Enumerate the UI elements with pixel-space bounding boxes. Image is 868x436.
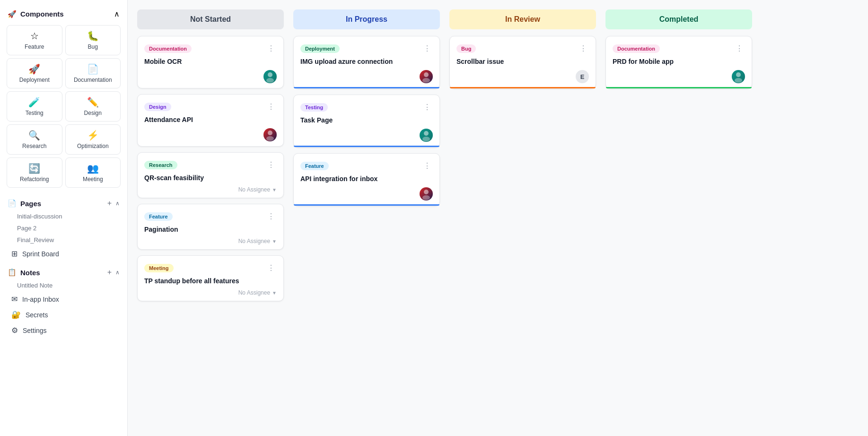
task-card-api-integration[interactable]: Feature⋮API integration for inbox bbox=[293, 153, 440, 206]
card-menu-mobile-ocr[interactable]: ⋮ bbox=[265, 43, 277, 54]
task-card-mobile-ocr[interactable]: Documentation⋮Mobile OCR bbox=[137, 36, 284, 88]
task-card-scrollbar-issue[interactable]: Bug⋮Scrollbar issueE bbox=[449, 36, 596, 89]
no-assignee-text: No Assignee bbox=[238, 289, 270, 296]
card-title-tp-standup: TP standup before all features bbox=[144, 277, 277, 285]
card-menu-qr-scan[interactable]: ⋮ bbox=[265, 159, 277, 170]
card-menu-prd-mobile[interactable]: ⋮ bbox=[734, 43, 745, 54]
card-menu-tp-standup[interactable]: ⋮ bbox=[265, 262, 277, 273]
card-title-mobile-ocr: Mobile OCR bbox=[144, 58, 277, 65]
task-card-pagination[interactable]: Feature⋮PaginationNo Assignee▼ bbox=[137, 204, 284, 250]
sidebar-item-optimization[interactable]: ⚡Optimization bbox=[65, 124, 121, 155]
notes-collapse-button[interactable]: ∧ bbox=[115, 269, 120, 276]
card-title-scrollbar-issue: Scrollbar issue bbox=[456, 58, 589, 65]
card-tag-img-upload: Deployment bbox=[300, 44, 340, 53]
sidebar-page-final-review[interactable]: Final_Review bbox=[0, 234, 127, 246]
card-bottom-bar bbox=[294, 146, 439, 147]
avatar bbox=[263, 70, 277, 83]
sidebar-item-research[interactable]: 🔍Research bbox=[7, 124, 62, 155]
sidebar-item-testing[interactable]: 🧪Testing bbox=[7, 91, 62, 122]
sidebar-note-untitled-note[interactable]: Untitled Note bbox=[0, 279, 127, 291]
card-top: Design⋮ bbox=[144, 101, 277, 112]
column-header-not-started: Not Started bbox=[137, 9, 284, 29]
sidebar-item-deployment[interactable]: 🚀Deployment bbox=[7, 58, 62, 88]
assignee-dropdown-arrow: ▼ bbox=[272, 187, 277, 192]
column-in-review: In ReviewBug⋮Scrollbar issueE bbox=[449, 9, 596, 95]
deployment-icon: 🚀 bbox=[28, 63, 40, 75]
column-header-in-progress: In Progress bbox=[293, 9, 440, 29]
sprint-board-icon: ⊞ bbox=[11, 249, 18, 258]
pages-collapse-button[interactable]: ∧ bbox=[115, 200, 120, 207]
card-title-qr-scan: QR-scan feasibility bbox=[144, 174, 277, 182]
add-page-button[interactable]: + bbox=[105, 198, 114, 209]
svg-point-1 bbox=[266, 78, 274, 83]
svg-point-3 bbox=[266, 136, 274, 141]
feature-icon: ☆ bbox=[30, 30, 39, 42]
card-footer-attendance-api bbox=[144, 128, 277, 141]
sidebar-page-initial-discussion[interactable]: Initial-discussion bbox=[0, 210, 127, 222]
card-footer-scrollbar-issue: E bbox=[456, 70, 589, 83]
task-card-img-upload[interactable]: Deployment⋮IMG upload azure connection bbox=[293, 36, 440, 89]
sidebar-item-settings[interactable]: ⚙ Settings bbox=[4, 323, 123, 338]
pages-section-header[interactable]: 📄 Pages + ∧ bbox=[0, 196, 127, 210]
task-card-prd-mobile[interactable]: Documentation⋮PRD for Mobile app bbox=[605, 36, 752, 89]
sidebar-item-feature[interactable]: ☆Feature bbox=[7, 25, 62, 55]
sidebar-item-documentation[interactable]: 📄Documentation bbox=[65, 58, 121, 88]
task-card-qr-scan[interactable]: Research⋮QR-scan feasibilityNo Assignee▼ bbox=[137, 152, 284, 198]
card-menu-api-integration[interactable]: ⋮ bbox=[421, 160, 433, 171]
card-menu-scrollbar-issue[interactable]: ⋮ bbox=[578, 43, 589, 54]
card-tag-scrollbar-issue: Bug bbox=[456, 44, 476, 53]
add-note-button[interactable]: + bbox=[105, 267, 114, 278]
settings-icon: ⚙ bbox=[11, 326, 18, 335]
sprint-board-label: Sprint Board bbox=[22, 250, 59, 258]
sidebar-item-meeting[interactable]: 👥Meeting bbox=[65, 157, 121, 188]
task-card-attendance-api[interactable]: Design⋮Attendance API bbox=[137, 94, 284, 147]
components-section-header[interactable]: 🚀 Components ∧ bbox=[0, 8, 127, 20]
task-card-task-page[interactable]: Testing⋮Task Page bbox=[293, 95, 440, 148]
no-assignee: No Assignee▼ bbox=[238, 186, 277, 193]
column-header-in-review: In Review bbox=[449, 9, 596, 29]
sidebar-item-bug[interactable]: 🐛Bug bbox=[65, 25, 121, 55]
card-top: Documentation⋮ bbox=[144, 43, 277, 54]
components-collapse-icon: ∧ bbox=[114, 9, 120, 18]
sidebar-page-page-2[interactable]: Page 2 bbox=[0, 222, 127, 234]
pages-icon: 📄 bbox=[8, 199, 17, 208]
card-tag-pagination: Feature bbox=[144, 212, 173, 221]
svg-point-10 bbox=[736, 72, 741, 77]
sidebar-item-refactoring[interactable]: 🔄Refactoring bbox=[7, 157, 62, 188]
card-menu-attendance-api[interactable]: ⋮ bbox=[265, 101, 277, 112]
card-footer-img-upload bbox=[300, 70, 433, 83]
no-assignee: No Assignee▼ bbox=[238, 238, 277, 244]
card-title-pagination: Pagination bbox=[144, 226, 277, 233]
no-assignee-text: No Assignee bbox=[238, 238, 270, 244]
notes-section-header[interactable]: 📋 Notes + ∧ bbox=[0, 265, 127, 279]
task-card-tp-standup[interactable]: Meeting⋮TP standup before all featuresNo… bbox=[137, 255, 284, 301]
card-menu-pagination[interactable]: ⋮ bbox=[265, 211, 277, 222]
pages-title: Pages bbox=[20, 200, 41, 208]
avatar bbox=[420, 129, 433, 142]
avatar bbox=[732, 70, 745, 83]
sidebar-item-sprint-board[interactable]: ⊞ Sprint Board bbox=[4, 246, 123, 261]
board-container: Not StartedDocumentation⋮Mobile OCRDesig… bbox=[137, 9, 859, 307]
svg-point-2 bbox=[268, 131, 272, 135]
sidebar-item-design[interactable]: ✏️Design bbox=[65, 91, 121, 122]
card-top: Deployment⋮ bbox=[300, 43, 433, 54]
card-tag-prd-mobile: Documentation bbox=[613, 44, 660, 53]
card-tag-api-integration: Feature bbox=[300, 162, 329, 170]
column-header-completed: Completed bbox=[605, 9, 752, 29]
sidebar-item-inbox[interactable]: ✉ In-app Inbox bbox=[4, 292, 123, 306]
card-title-api-integration: API integration for inbox bbox=[300, 175, 433, 183]
sidebar-item-secrets[interactable]: 🔐 Secrets bbox=[4, 307, 123, 322]
column-in-progress: In ProgressDeployment⋮IMG upload azure c… bbox=[293, 9, 440, 212]
pages-list: Initial-discussionPage 2Final_Review bbox=[0, 210, 127, 246]
card-menu-task-page[interactable]: ⋮ bbox=[421, 102, 433, 113]
settings-label: Settings bbox=[23, 327, 47, 334]
card-tag-qr-scan: Research bbox=[144, 161, 177, 169]
card-menu-img-upload[interactable]: ⋮ bbox=[421, 43, 433, 54]
research-icon: 🔍 bbox=[28, 130, 40, 141]
card-tag-attendance-api: Design bbox=[144, 103, 171, 111]
card-tag-tp-standup: Meeting bbox=[144, 264, 174, 272]
card-top: Documentation⋮ bbox=[613, 43, 745, 54]
pages-section: 📄 Pages + ∧ Initial-discussionPage 2Fina… bbox=[0, 196, 127, 246]
card-title-task-page: Task Page bbox=[300, 116, 433, 124]
card-bottom-bar bbox=[450, 87, 596, 88]
